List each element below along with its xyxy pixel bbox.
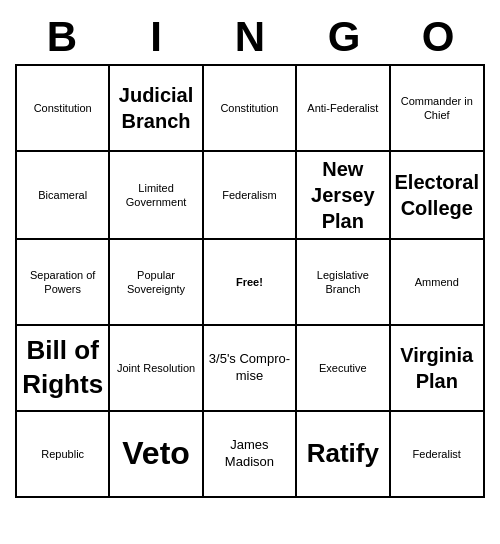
cell-text: Limited Government [114,181,197,210]
bingo-cell: Free! [204,240,297,326]
cell-text: New Jersey Plan [301,156,384,234]
bingo-cell: Republic [17,412,110,498]
bingo-letter: G [297,10,391,64]
cell-text: Free! [236,275,263,289]
cell-text: Ratify [307,437,379,471]
bingo-cell: Bicameral [17,152,110,240]
bingo-cell: Virginia Plan [391,326,485,412]
bingo-cell: Popular Sovereignty [110,240,203,326]
cell-text: Popular Sovereignty [114,268,197,297]
bingo-cell: Joint Resolution [110,326,203,412]
bingo-letter: N [203,10,297,64]
bingo-cell: Commander in Chief [391,66,485,152]
bingo-card: BINGO ConstitutionJudicial BranchConstit… [15,10,485,498]
bingo-cell: Constitution [204,66,297,152]
cell-text: Bill of Rights [21,334,104,402]
bingo-cell: Executive [297,326,390,412]
bingo-cell: 3/5's Compro-mise [204,326,297,412]
bingo-cell: Bill of Rights [17,326,110,412]
cell-text: Federalism [222,188,276,202]
cell-text: Judicial Branch [114,82,197,134]
bingo-cell: Federalist [391,412,485,498]
cell-text: Executive [319,361,367,375]
cell-text: Commander in Chief [395,94,479,123]
cell-text: Constitution [34,101,92,115]
bingo-cell: Veto [110,412,203,498]
cell-text: Separation of Powers [21,268,104,297]
bingo-cell: Ratify [297,412,390,498]
bingo-grid: ConstitutionJudicial BranchConstitutionA… [15,64,485,498]
cell-text: Ammend [415,275,459,289]
cell-text: Virginia Plan [395,342,479,394]
bingo-cell: Judicial Branch [110,66,203,152]
cell-text: James Madison [208,437,291,471]
bingo-cell: Federalism [204,152,297,240]
bingo-cell: Ammend [391,240,485,326]
cell-text: Constitution [220,101,278,115]
bingo-cell: New Jersey Plan [297,152,390,240]
bingo-header: BINGO [15,10,485,64]
cell-text: Anti-Federalist [307,101,378,115]
cell-text: Veto [122,433,190,475]
bingo-letter: I [109,10,203,64]
cell-text: Legislative Branch [301,268,384,297]
cell-text: Electoral College [395,169,479,221]
bingo-cell: Constitution [17,66,110,152]
cell-text: 3/5's Compro-mise [208,351,291,385]
bingo-cell: James Madison [204,412,297,498]
bingo-cell: Legislative Branch [297,240,390,326]
bingo-cell: Separation of Powers [17,240,110,326]
cell-text: Republic [41,447,84,461]
bingo-cell: Limited Government [110,152,203,240]
cell-text: Joint Resolution [117,361,195,375]
bingo-letter: O [391,10,485,64]
cell-text: Federalist [413,447,461,461]
bingo-cell: Anti-Federalist [297,66,390,152]
bingo-cell: Electoral College [391,152,485,240]
bingo-letter: B [15,10,109,64]
cell-text: Bicameral [38,188,87,202]
